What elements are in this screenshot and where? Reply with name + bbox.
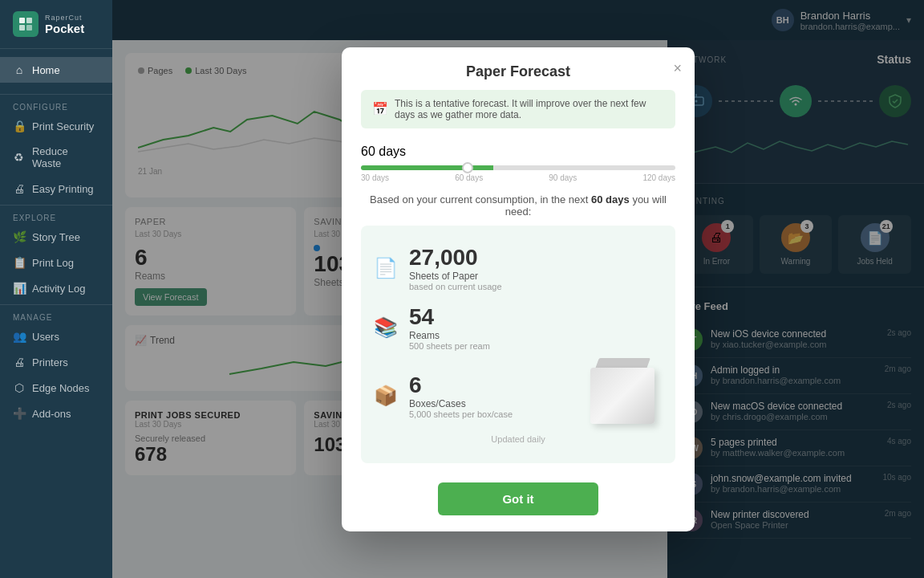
logo-icon	[13, 11, 38, 37]
sidebar-item-users[interactable]: 👥 Users	[0, 324, 112, 349]
modal-header: Paper Forecast ×	[342, 47, 695, 90]
svg-rect-3	[26, 25, 32, 31]
notice-icon: 📅	[372, 101, 388, 116]
boxes-icon: 📦	[374, 385, 398, 407]
sidebar-item-easy-printing[interactable]: 🖨 Easy Printing	[0, 176, 112, 201]
reduce-waste-icon: ♻	[13, 151, 26, 164]
sheets-icon: 📄	[374, 257, 398, 279]
main-content: BH Brandon Harris brandon.harris@examp..…	[112, 0, 924, 578]
sheets-result-sublabel: based on current usage	[409, 282, 502, 291]
sidebar-home-section: ⌂ Home	[0, 49, 112, 91]
app-name: Pocket	[45, 22, 84, 35]
modal-results: 📄 27,000 Sheets of Paper based on curren…	[361, 226, 675, 463]
modal-close-button[interactable]: ×	[673, 60, 682, 77]
reams-result: 📚 54 Reams 500 sheets per ream	[374, 298, 663, 357]
sidebar: RaperCut Pocket ⌂ Home CONFIGURE 🔒 Print…	[0, 0, 112, 578]
sidebar-item-home[interactable]: ⌂ Home	[0, 57, 112, 83]
sheets-result: 📄 27,000 Sheets of Paper based on curren…	[374, 238, 663, 298]
got-it-button[interactable]: Got it	[438, 482, 598, 515]
boxes-result-sublabel: 5,000 sheets per box/case	[409, 409, 513, 419]
boxes-result-value: 6	[409, 372, 513, 398]
sheets-result-label: Sheets of Paper	[409, 271, 502, 282]
days-slider[interactable]	[361, 165, 675, 170]
slider-bubble: 60 days	[361, 144, 675, 159]
sidebar-item-printers[interactable]: 🖨 Printers	[0, 349, 112, 375]
slider-labels: 30 days 60 days 90 days 120 days	[361, 173, 675, 182]
configure-section-label: CONFIGURE	[0, 98, 112, 113]
manage-section-label: MANAGE	[0, 308, 112, 324]
sidebar-item-print-log[interactable]: 📋 Print Log	[0, 250, 112, 275]
reams-result-sublabel: 500 sheets per ream	[409, 341, 490, 351]
activity-log-icon: 📊	[13, 282, 26, 295]
paper-forecast-modal: Paper Forecast × 📅 This is a tentative f…	[342, 47, 695, 531]
modal-notice: 📅 This is a tentative forecast. It will …	[361, 90, 675, 128]
add-ons-icon: ➕	[13, 407, 26, 420]
svg-rect-1	[26, 18, 32, 23]
edge-nodes-icon: ⬡	[13, 381, 26, 394]
sidebar-item-add-ons[interactable]: ➕ Add-ons	[0, 401, 112, 426]
modal-overlay: Paper Forecast × 📅 This is a tentative f…	[112, 0, 924, 578]
sidebar-logo: RaperCut Pocket	[0, 0, 112, 49]
modal-description: Based on your current consumption, in th…	[342, 185, 695, 226]
easy-printing-icon: 🖨	[13, 182, 26, 195]
sidebar-item-reduce-waste[interactable]: ♻ Reduce Waste	[0, 139, 112, 176]
reams-icon: 📚	[374, 316, 398, 339]
slider-container: 60 days 30 days 60 days 90 days 120 days	[342, 138, 695, 185]
modal-footer: Got it	[342, 473, 695, 531]
svg-rect-2	[19, 25, 25, 31]
updated-label: Updated daily	[374, 434, 663, 450]
sidebar-item-print-security[interactable]: 🔒 Print Security	[0, 113, 112, 139]
story-tree-icon: 🌿	[13, 230, 26, 243]
users-icon: 👥	[13, 330, 26, 343]
reams-result-label: Reams	[409, 330, 490, 341]
box-visual-container	[582, 364, 663, 428]
explore-section-label: EXPLORE	[0, 209, 112, 224]
sidebar-item-story-tree[interactable]: 🌿 Story Tree	[0, 224, 112, 250]
home-icon: ⌂	[13, 63, 26, 76]
notice-text: This is a tentative forecast. It will im…	[395, 98, 664, 120]
sheets-result-value: 27,000	[409, 245, 502, 271]
svg-rect-0	[19, 18, 25, 23]
box-visual	[590, 368, 654, 424]
modal-highlighted-days: 60 days	[591, 193, 630, 206]
sidebar-item-edge-nodes[interactable]: ⬡ Edge Nodes	[0, 375, 112, 401]
modal-title: Paper Forecast	[361, 63, 675, 80]
boxes-result: 📦 6 Boxes/Cases 5,000 sheets per box/cas…	[374, 357, 663, 434]
print-security-icon: 🔒	[13, 120, 26, 132]
printers-icon: 🖨	[13, 356, 26, 368]
boxes-result-label: Boxes/Cases	[409, 398, 513, 409]
sidebar-item-activity-log[interactable]: 📊 Activity Log	[0, 275, 112, 301]
print-log-icon: 📋	[13, 256, 26, 269]
reams-result-value: 54	[409, 304, 490, 330]
